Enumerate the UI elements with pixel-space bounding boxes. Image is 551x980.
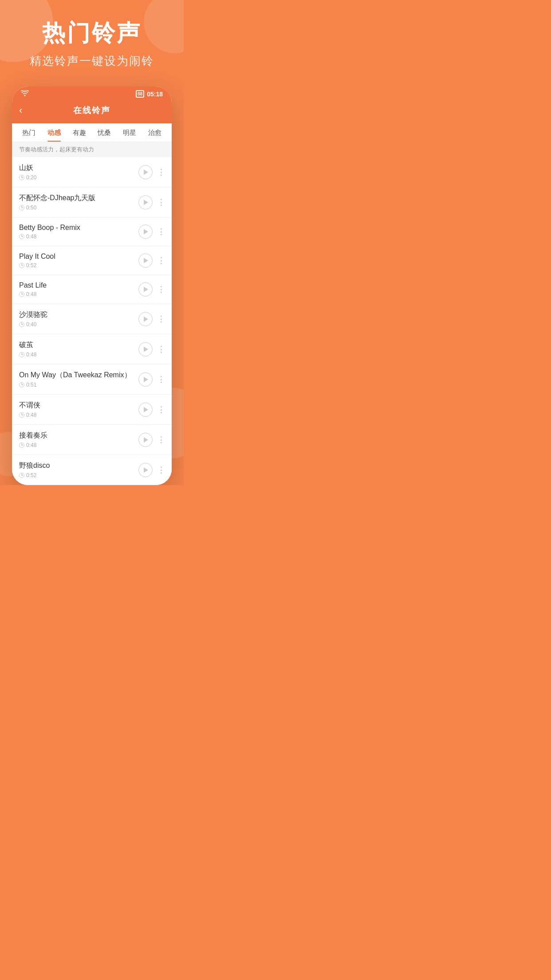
play-icon — [144, 200, 148, 205]
more-button[interactable]: ⋮ — [157, 167, 165, 177]
tab-heal[interactable]: 治愈 — [148, 129, 161, 142]
song-actions: ⋮ — [138, 463, 165, 477]
song-actions: ⋮ — [138, 165, 165, 179]
duration-text: 0:20 — [26, 174, 36, 181]
category-banner: 节奏动感活力，起床更有动力 — [12, 142, 172, 157]
song-actions: ⋮ — [138, 312, 165, 326]
duration-text: 0:50 — [26, 205, 36, 211]
play-button[interactable] — [138, 253, 153, 268]
more-button[interactable]: ⋮ — [157, 314, 165, 324]
song-duration: 0:52 — [19, 472, 138, 478]
play-button[interactable] — [138, 282, 153, 296]
tab-sad[interactable]: 忧桑 — [98, 129, 111, 142]
song-list: 山妖 0:20 ⋮ 不配怀念-DJheap九天版 0:50 — [12, 157, 172, 485]
tab-hot[interactable]: 热门 — [22, 129, 35, 142]
song-actions: ⋮ — [138, 195, 165, 209]
status-right: 88 05:18 — [136, 90, 163, 98]
more-button[interactable]: ⋮ — [157, 465, 165, 475]
play-button[interactable] — [138, 312, 153, 326]
play-button[interactable] — [138, 342, 153, 356]
more-button[interactable]: ⋮ — [157, 435, 165, 445]
song-item: 接着奏乐 0:48 ⋮ — [12, 425, 172, 455]
song-info: On My Way（Da Tweekaz Remix） 0:51 — [19, 371, 138, 388]
song-name: 野狼disco — [19, 461, 138, 470]
play-icon — [144, 407, 148, 412]
app-background: 热门铃声 精选铃声一键设为闹铃 88 05:18 ‹ 在线铃声 — [0, 0, 184, 485]
play-button[interactable] — [138, 372, 153, 387]
play-button[interactable] — [138, 463, 153, 477]
song-info: 不配怀念-DJheap九天版 0:50 — [19, 194, 138, 211]
promo-header: 热门铃声 精选铃声一键设为闹铃 — [0, 0, 184, 78]
song-duration: 0:20 — [19, 174, 138, 181]
play-icon — [144, 377, 148, 382]
song-item: 沙漠骆驼 0:40 ⋮ — [12, 304, 172, 334]
song-name: 破茧 — [19, 340, 138, 350]
play-button[interactable] — [138, 195, 153, 209]
song-info: 接着奏乐 0:48 — [19, 431, 138, 448]
play-icon — [144, 316, 148, 322]
status-bar: 88 05:18 — [12, 87, 172, 99]
song-item: 破茧 0:48 ⋮ — [12, 334, 172, 364]
more-button[interactable]: ⋮ — [157, 405, 165, 415]
more-button[interactable]: ⋮ — [157, 198, 165, 207]
app-header-title: 在线铃声 — [73, 105, 110, 116]
more-button[interactable]: ⋮ — [157, 375, 165, 384]
duration-text: 0:40 — [26, 321, 36, 328]
song-item: 不谓侠 0:48 ⋮ — [12, 395, 172, 425]
song-info: Betty Boop - Remix 0:48 — [19, 224, 138, 240]
clock-icon — [19, 412, 24, 418]
duration-text: 0:52 — [26, 262, 36, 269]
duration-text: 0:48 — [26, 291, 36, 297]
play-icon — [144, 467, 148, 473]
play-button[interactable] — [138, 165, 153, 179]
song-duration: 0:50 — [19, 205, 138, 211]
song-duration: 0:48 — [19, 442, 138, 448]
song-info: 野狼disco 0:52 — [19, 461, 138, 478]
wifi-icon — [21, 90, 29, 98]
song-item: Play It Cool 0:52 ⋮ — [12, 246, 172, 275]
clock-icon — [19, 175, 24, 180]
song-name: On My Way（Da Tweekaz Remix） — [19, 371, 138, 380]
play-icon — [144, 437, 148, 443]
song-name: 不谓侠 — [19, 401, 138, 410]
song-item: 山妖 0:20 ⋮ — [12, 157, 172, 187]
play-button[interactable] — [138, 433, 153, 447]
tab-dynamic[interactable]: 动感 — [47, 129, 61, 142]
more-button[interactable]: ⋮ — [157, 256, 165, 265]
tab-star[interactable]: 明星 — [123, 129, 136, 142]
song-duration: 0:51 — [19, 382, 138, 388]
song-info: 不谓侠 0:48 — [19, 401, 138, 418]
clock-icon — [19, 322, 24, 327]
song-name: Betty Boop - Remix — [19, 224, 138, 232]
song-name: 沙漠骆驼 — [19, 310, 138, 320]
song-actions: ⋮ — [138, 433, 165, 447]
song-name: Play It Cool — [19, 253, 138, 261]
play-button[interactable] — [138, 403, 153, 417]
song-actions: ⋮ — [138, 225, 165, 239]
play-icon — [144, 347, 148, 352]
clock-icon — [19, 263, 24, 268]
song-item: Betty Boop - Remix 0:48 ⋮ — [12, 217, 172, 246]
tab-fun[interactable]: 有趣 — [73, 129, 86, 142]
clock-icon — [19, 473, 24, 478]
song-item: Past Life 0:48 ⋮ — [12, 275, 172, 304]
back-button[interactable]: ‹ — [19, 105, 22, 116]
clock-icon — [19, 205, 24, 210]
song-duration: 0:40 — [19, 321, 138, 328]
duration-text: 0:48 — [26, 412, 36, 418]
song-info: 破茧 0:48 — [19, 340, 138, 358]
more-button[interactable]: ⋮ — [157, 285, 165, 294]
more-button[interactable]: ⋮ — [157, 227, 165, 237]
song-actions: ⋮ — [138, 372, 165, 387]
clock-icon — [19, 443, 24, 448]
song-name: 不配怀念-DJheap九天版 — [19, 194, 138, 203]
more-button[interactable]: ⋮ — [157, 344, 165, 354]
phone-mockup: 88 05:18 ‹ 在线铃声 热门 动感 有趣 忧桑 明星 治愈 节奏动感活力… — [12, 87, 172, 485]
song-duration: 0:48 — [19, 352, 138, 358]
song-item: 不配怀念-DJheap九天版 0:50 ⋮ — [12, 187, 172, 217]
song-duration: 0:48 — [19, 412, 138, 418]
play-icon — [144, 170, 148, 175]
play-button[interactable] — [138, 225, 153, 239]
song-actions: ⋮ — [138, 342, 165, 356]
duration-text: 0:51 — [26, 382, 36, 388]
